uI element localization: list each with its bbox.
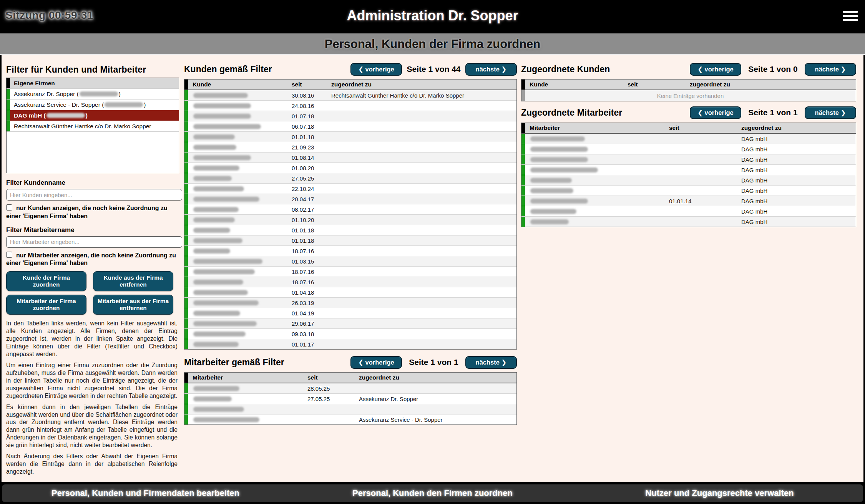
next-page-button[interactable]: nächste ❯ — [465, 356, 517, 369]
assign-employee-button[interactable]: Mitarbeiter der Firma zuordnen — [6, 295, 86, 315]
assign-customer-button[interactable]: Kunde der Firma zuordnen — [6, 271, 86, 291]
redacted-name — [193, 238, 242, 243]
row-stripe — [184, 173, 188, 183]
customer-filter-input[interactable] — [6, 189, 182, 201]
table-row[interactable]: 18.07.16 — [184, 277, 516, 287]
redacted-name — [530, 188, 573, 193]
prev-page-button[interactable]: ❮ vorherige — [350, 63, 402, 76]
table-row[interactable]: 28.05.25 — [184, 383, 516, 394]
table-row[interactable]: 01.01.18 — [184, 225, 516, 235]
table-row[interactable]: 09.03.18 — [184, 329, 516, 339]
employees-filtered-head: Mitarbeiter gemäß Filter ❮ vorherige Sei… — [184, 356, 517, 369]
table-row[interactable]: DAG mbH — [521, 206, 856, 217]
row-stripe — [184, 394, 188, 404]
row-stripe — [521, 165, 525, 175]
redacted-name — [193, 228, 230, 233]
table-row[interactable]: 30.08.16 Rechtsanwalt Günther Hantke c/o… — [184, 90, 516, 101]
empty-state-row: Keine Einträge vorhanden — [521, 90, 856, 101]
customer-checkbox-label: nur Kunden anzeigen, die noch keine Zuor… — [6, 205, 168, 219]
redacted-name — [80, 91, 118, 96]
table-row[interactable] — [184, 404, 516, 414]
row-stripe — [7, 110, 10, 121]
next-page-button[interactable]: nächste ❯ — [465, 63, 517, 76]
employee-filter-input[interactable] — [6, 236, 182, 248]
prev-page-button[interactable]: ❮ vorherige — [350, 356, 402, 369]
row-stripe — [521, 186, 525, 196]
footer-nav-item-2[interactable]: Personal, Kunden den Firmen zuordnen — [289, 488, 576, 498]
table-row[interactable]: 01.07.18 — [184, 111, 516, 121]
redacted-name — [530, 167, 598, 172]
customers-filtered-table: Kundeseitzugeordnet zu 30.08.16 Rechtsan… — [184, 79, 517, 350]
filtered-lists-column: Kunden gemäß Filter ❮ vorherige Seite 1 … — [184, 55, 517, 425]
row-stripe — [184, 132, 188, 142]
redacted-name — [193, 290, 248, 295]
next-page-button[interactable]: nächste ❯ — [805, 63, 856, 76]
table-row[interactable]: 01.01.17 — [184, 339, 516, 349]
firm-list-item[interactable]: DAG mbH () — [7, 110, 179, 121]
table-row[interactable]: 01.10.20 — [184, 215, 516, 225]
table-row[interactable]: 29.06.17 — [184, 318, 516, 329]
table-row[interactable]: 01.04.19 — [184, 308, 516, 318]
footer-nav-item-3[interactable]: Nutzer und Zugangsrechte verwalten — [576, 488, 863, 498]
row-stripe — [7, 89, 10, 99]
customer-unassigned-checkbox[interactable] — [6, 204, 12, 211]
table-row[interactable]: 27.05.25 — [184, 173, 516, 184]
row-stripe — [184, 111, 188, 121]
table-row[interactable]: 01.01.18 — [184, 235, 516, 246]
page-title: Personal, Kunden der Firma zuordnen — [0, 37, 865, 51]
redacted-name — [105, 102, 143, 107]
remove-employee-button[interactable]: Mitarbeiter aus der Firma entfernen — [93, 295, 173, 315]
remove-customer-button[interactable]: Kunde aus der Firma entfernen — [93, 271, 173, 291]
row-stripe — [184, 163, 188, 173]
customer-filter-label: Filter Kundenname — [6, 179, 179, 187]
table-row[interactable]: 01.03.15 — [184, 256, 516, 267]
table-row[interactable]: 24.08.16 — [184, 101, 516, 111]
firm-list-item[interactable]: Rechtsanwalt Günther Hantke c/o Dr. Mark… — [7, 121, 179, 132]
prev-page-button[interactable]: ❮ vorherige — [690, 106, 741, 119]
table-row[interactable]: DAG mbH — [521, 154, 856, 165]
table-row[interactable]: DAG mbH — [521, 175, 856, 186]
footer-nav-item-1[interactable]: Personal, Kunden und Firmendaten bearbei… — [2, 488, 289, 498]
row-stripe — [184, 383, 188, 393]
redacted-name — [193, 124, 261, 129]
table-row[interactable]: DAG mbH — [521, 134, 856, 144]
table-row[interactable]: DAG mbH — [521, 165, 856, 175]
table-row[interactable]: 20.04.17 — [184, 194, 516, 204]
prev-page-button[interactable]: ❮ vorherige — [690, 63, 741, 76]
row-stripe — [7, 121, 10, 131]
employee-unassigned-checkbox[interactable] — [6, 252, 12, 258]
employee-checkbox-row: nur Mitarbeiter anzeigen, die noch keine… — [6, 252, 179, 268]
table-row[interactable]: 06.07.18 — [184, 121, 516, 132]
redacted-name — [193, 259, 262, 264]
table-header-row: Mitarbeiterseitzugeordnet zu — [184, 373, 516, 383]
row-stripe — [184, 256, 188, 266]
table-row[interactable]: 08.02.17 — [184, 204, 516, 215]
assigned-lists-column: Zugeordnete Kunden ❮ vorherige Seite 1 v… — [521, 55, 856, 227]
firm-list-item[interactable]: Assekuranz Service - Dr. Sopper () — [7, 99, 179, 110]
table-row[interactable]: DAG mbH — [521, 186, 856, 196]
assigned-customers-head: Zugeordnete Kunden ❮ vorherige Seite 1 v… — [521, 63, 856, 76]
hamburger-menu-icon[interactable] — [843, 11, 858, 22]
row-stripe — [184, 215, 188, 225]
table-row[interactable]: 21.09.23 — [184, 142, 516, 153]
table-row[interactable]: 01.04.18 — [184, 287, 516, 298]
table-row[interactable]: DAG mbH — [521, 217, 856, 227]
table-row[interactable]: Assekuranz Service - Dr. Sopper — [184, 414, 516, 424]
table-row[interactable]: 01.01.14 DAG mbH — [521, 196, 856, 206]
own-firms-list[interactable]: Eigene Firmen Assekuranz Dr. Sopper () A… — [6, 78, 179, 173]
firm-list-item[interactable]: Assekuranz Dr. Sopper () — [7, 89, 179, 99]
help-paragraph: Um einen Eintrag einer Firma zuzuordnen … — [6, 361, 178, 400]
table-header-row: Mitarbeiterseitzugeordnet zu — [521, 123, 856, 134]
next-page-button[interactable]: nächste ❯ — [805, 106, 856, 119]
table-row[interactable]: 01.01.18 — [184, 132, 516, 142]
table-row[interactable]: DAG mbH — [521, 144, 856, 154]
table-row[interactable]: 27.05.25 Assekuranz Dr. Sopper — [184, 394, 516, 404]
table-row[interactable]: 01.08.14 — [184, 153, 516, 163]
table-row[interactable]: 22.10.24 — [184, 184, 516, 194]
table-row[interactable]: 26.03.19 — [184, 298, 516, 308]
table-row[interactable]: 18.07.16 — [184, 267, 516, 277]
table-row[interactable]: 01.08.20 — [184, 163, 516, 173]
table-row[interactable]: 18.07.16 — [184, 246, 516, 256]
redacted-name — [193, 217, 235, 222]
row-stripe — [184, 184, 188, 194]
